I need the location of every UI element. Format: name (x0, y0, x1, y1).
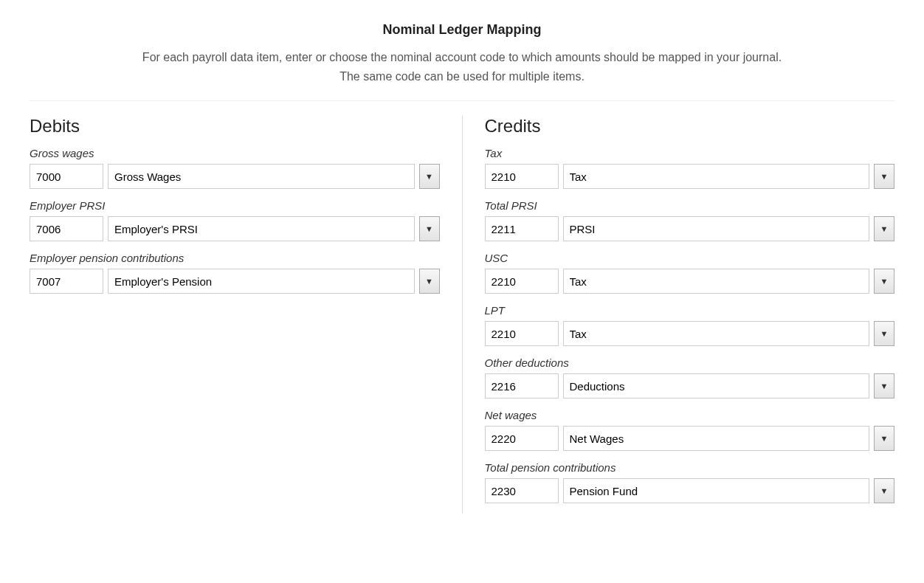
name-input-total-pension[interactable] (563, 478, 870, 503)
name-input-tax[interactable] (563, 164, 870, 189)
field-row: ▼ (485, 478, 895, 503)
name-input-usc[interactable] (563, 269, 870, 294)
dropdown-button[interactable]: ▼ (874, 321, 894, 346)
field-label: LPT (485, 304, 895, 317)
name-input-other-deductions[interactable] (563, 373, 870, 399)
name-input-employer-pension[interactable] (108, 269, 415, 294)
credits-column: Credits Tax ▼ Total PRSI ▼ USC (462, 116, 895, 514)
chevron-down-icon: ▼ (880, 434, 889, 443)
code-input-employer-pension[interactable] (30, 269, 103, 294)
field-other-deductions: Other deductions ▼ (485, 356, 895, 399)
dropdown-button[interactable]: ▼ (874, 164, 894, 189)
field-employer-pension: Employer pension contributions ▼ (30, 252, 440, 294)
dropdown-button[interactable]: ▼ (419, 216, 440, 241)
field-tax: Tax ▼ (485, 147, 895, 189)
field-row: ▼ (30, 216, 440, 241)
dropdown-button[interactable]: ▼ (874, 373, 894, 399)
credits-title: Credits (485, 116, 895, 137)
code-input-usc[interactable] (485, 269, 559, 294)
name-input-employer-prsi[interactable] (108, 216, 415, 241)
code-input-tax[interactable] (485, 164, 559, 189)
dropdown-button[interactable]: ▼ (874, 478, 894, 503)
field-label: Net wages (485, 409, 895, 421)
field-employer-prsi: Employer PRSI ▼ (30, 199, 440, 241)
field-label: Employer PRSI (30, 199, 440, 212)
field-row: ▼ (485, 164, 895, 189)
chevron-down-icon: ▼ (880, 486, 889, 495)
chevron-down-icon: ▼ (880, 382, 889, 390)
field-gross-wages: Gross wages ▼ (30, 147, 440, 189)
field-row: ▼ (485, 373, 895, 399)
field-usc: USC ▼ (485, 252, 895, 294)
field-label: Tax (485, 147, 895, 159)
dropdown-button[interactable]: ▼ (874, 426, 894, 451)
code-input-other-deductions[interactable] (485, 373, 559, 399)
chevron-down-icon: ▼ (425, 172, 433, 181)
field-net-wages: Net wages ▼ (485, 409, 895, 451)
code-input-gross-wages[interactable] (30, 164, 103, 189)
page-header: Nominal Ledger Mapping For each payroll … (30, 22, 894, 86)
description-line-2: The same code can be used for multiple i… (339, 70, 585, 83)
debits-column: Debits Gross wages ▼ Employer PRSI ▼ E (30, 116, 462, 514)
code-input-employer-prsi[interactable] (30, 216, 103, 241)
field-label: Employer pension contributions (30, 252, 440, 264)
chevron-down-icon: ▼ (880, 224, 889, 233)
code-input-total-prsi[interactable] (485, 216, 559, 241)
debits-title: Debits (30, 116, 440, 137)
name-input-gross-wages[interactable] (108, 164, 415, 189)
name-input-net-wages[interactable] (563, 426, 870, 451)
field-label: USC (485, 252, 895, 264)
name-input-total-prsi[interactable] (563, 216, 870, 241)
chevron-down-icon: ▼ (425, 224, 433, 233)
dropdown-button[interactable]: ▼ (419, 164, 440, 189)
field-label: Total pension contributions (485, 461, 895, 474)
name-input-lpt[interactable] (563, 321, 870, 346)
chevron-down-icon: ▼ (880, 172, 889, 181)
code-input-total-pension[interactable] (485, 478, 559, 503)
description-line-1: For each payroll data item, enter or cho… (142, 51, 782, 63)
field-row: ▼ (30, 269, 440, 294)
field-label: Gross wages (30, 147, 440, 159)
chevron-down-icon: ▼ (425, 277, 433, 286)
field-lpt: LPT ▼ (485, 304, 895, 346)
code-input-net-wages[interactable] (485, 426, 559, 451)
field-row: ▼ (30, 164, 440, 189)
header-divider (30, 100, 894, 101)
code-input-lpt[interactable] (485, 321, 559, 346)
dropdown-button[interactable]: ▼ (874, 216, 894, 241)
field-total-pension: Total pension contributions ▼ (485, 461, 895, 503)
field-row: ▼ (485, 269, 895, 294)
dropdown-button[interactable]: ▼ (419, 269, 440, 294)
field-total-prsi: Total PRSI ▼ (485, 199, 895, 241)
chevron-down-icon: ▼ (880, 277, 889, 286)
dropdown-button[interactable]: ▼ (874, 269, 894, 294)
field-label: Other deductions (485, 356, 895, 369)
chevron-down-icon: ▼ (880, 329, 889, 338)
page-description: For each payroll data item, enter or cho… (30, 48, 894, 86)
field-label: Total PRSI (485, 199, 895, 212)
page-title: Nominal Ledger Mapping (30, 22, 894, 38)
field-row: ▼ (485, 426, 895, 451)
field-row: ▼ (485, 321, 895, 346)
page-container: Nominal Ledger Mapping For each payroll … (0, 0, 924, 543)
field-row: ▼ (485, 216, 895, 241)
columns-wrapper: Debits Gross wages ▼ Employer PRSI ▼ E (30, 116, 894, 514)
